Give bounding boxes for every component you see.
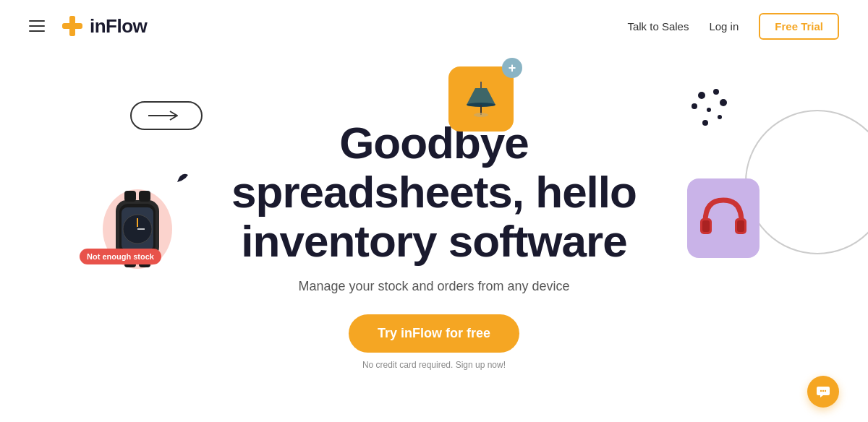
svg-rect-29 (702, 220, 710, 232)
cta-button[interactable]: Try inFlow for free (349, 314, 519, 353)
svg-point-32 (822, 390, 824, 392)
chat-icon (815, 384, 831, 400)
svg-point-9 (698, 92, 705, 99)
logo-icon (59, 13, 85, 39)
svg-rect-24 (139, 191, 150, 202)
login-link[interactable]: Log in (709, 20, 739, 33)
add-product-button[interactable]: + (502, 58, 522, 78)
lamp-product-card: + (448, 66, 514, 132)
lamp-icon (459, 77, 503, 121)
svg-rect-2 (69, 16, 75, 36)
svg-rect-30 (737, 220, 744, 232)
watch-product-card: Not enough stock (94, 175, 181, 279)
scatter-dots-decoration (644, 88, 731, 149)
svg-rect-23 (124, 191, 136, 202)
headphones-product-card (687, 178, 760, 258)
circle-decoration (745, 110, 868, 254)
arrow-icon (148, 108, 184, 123)
svg-point-12 (707, 108, 711, 112)
svg-point-15 (702, 120, 708, 126)
chat-bubble-button[interactable] (807, 376, 839, 408)
talk-to-sales-link[interactable]: Talk to Sales (627, 20, 689, 33)
hero-subtext: Manage your stock and orders from any de… (298, 279, 569, 294)
svg-point-13 (692, 103, 697, 109)
hero-section: + Goodbye spreadsheets, hello inventory … (0, 52, 868, 422)
svg-point-11 (720, 99, 727, 106)
not-enough-stock-badge: Not enough stock (80, 249, 161, 264)
free-trial-button[interactable]: Free Trial (759, 13, 839, 40)
no-credit-text: No credit card required. Sign up now! (362, 360, 506, 370)
logo-text: inFlow (90, 15, 147, 38)
svg-point-8 (474, 113, 488, 117)
splash-icon (174, 168, 195, 189)
hero-heading: Goodbye spreadsheets, hello inventory so… (231, 119, 637, 267)
arrow-pill-decoration (130, 101, 203, 130)
svg-point-31 (820, 390, 822, 392)
headphones-icon (694, 189, 752, 247)
nav-left: inFlow (29, 13, 147, 39)
svg-point-14 (718, 115, 722, 119)
svg-point-33 (825, 390, 826, 392)
navbar: inFlow Talk to Sales Log in Free Trial (0, 0, 868, 52)
hamburger-menu[interactable] (29, 20, 45, 32)
svg-point-10 (713, 89, 719, 95)
logo[interactable]: inFlow (59, 13, 147, 39)
svg-marker-4 (467, 88, 495, 105)
nav-right: Talk to Sales Log in Free Trial (627, 13, 839, 40)
